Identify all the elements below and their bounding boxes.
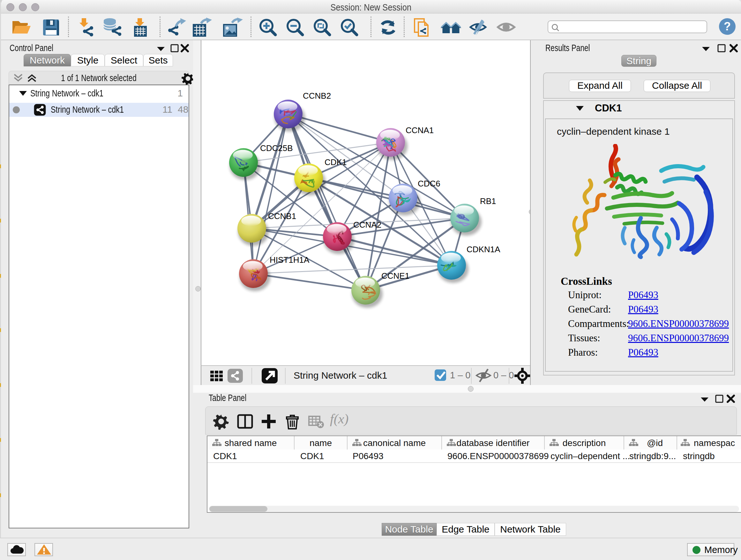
svg-text:?: ? <box>724 20 731 33</box>
svg-text:CCNB1: CCNB1 <box>268 211 296 221</box>
svg-text:CCNB2: CCNB2 <box>303 91 331 101</box>
svg-text:RB1: RB1 <box>480 196 496 206</box>
svg-text:CCNA2: CCNA2 <box>353 220 381 230</box>
svg-text:CDC6: CDC6 <box>418 179 441 188</box>
svg-text:CDKN1A: CDKN1A <box>467 245 500 254</box>
svg-text:CDK1: CDK1 <box>325 158 347 167</box>
svg-text:CDC25B: CDC25B <box>260 143 293 153</box>
svg-text:CCNA1: CCNA1 <box>406 125 434 135</box>
svg-text:HIST1H1A: HIST1H1A <box>270 255 310 265</box>
svg-text:CCNE1: CCNE1 <box>381 271 409 281</box>
